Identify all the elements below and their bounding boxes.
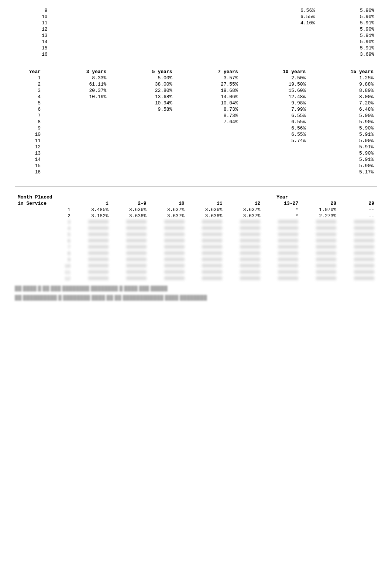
table-row: 320.37%22.80%19.68%15.60%8.89%: [15, 87, 377, 94]
table-row-blurred: 10: [15, 263, 377, 269]
table-row: 87.64%6.55%5.90%: [15, 119, 377, 125]
table-row: 23.182%3.636%3.637%3.636%3.637%*2.273%--: [15, 213, 377, 219]
table-row: 115.74%5.90%: [15, 138, 377, 144]
table-row: 96.56%5.90%: [15, 125, 377, 131]
table-row-blurred: 9: [15, 257, 377, 263]
table-row: 510.94%10.04%9.98%7.20%: [15, 100, 377, 106]
table-row: 410.19%13.68%14.06%12.48%8.00%: [15, 94, 377, 100]
top-continuation-table: 96.56%5.90%106.55%5.90%114.10%5.91%125.9…: [15, 7, 377, 58]
table-row: 155.90%: [15, 163, 377, 169]
table-row: 114.10%5.91%: [15, 20, 377, 26]
table-row: 125.91%: [15, 144, 377, 150]
table-row: 165.17%: [15, 169, 377, 175]
table6-section: Month PlacedYear in Service12-910111213-…: [15, 194, 377, 300]
table-row: 155.91%: [15, 45, 377, 51]
table6-note1: ██ ████ █ ██ ███ ████████ ████████ █ ███…: [15, 286, 377, 291]
table-row: 78.73%6.55%5.90%: [15, 113, 377, 119]
table-row: 18.33%5.00%3.57%2.50%1.25%: [15, 75, 377, 81]
table-row: 145.91%: [15, 156, 377, 163]
table-row-blurred: 7: [15, 244, 377, 251]
table-row-blurred: 4: [15, 225, 377, 232]
section-divider: [15, 186, 377, 187]
table-row: 96.56%5.90%: [15, 7, 377, 14]
table6-note2: ██ ██████████ █ ████████ ████ ██ ██ ████…: [15, 295, 377, 300]
table-row-blurred: 5: [15, 232, 377, 238]
table-row: 125.90%: [15, 26, 377, 32]
table-row: 13.485%3.636%3.637%3.636%3.637%*1.970%--: [15, 207, 377, 213]
table6: Month PlacedYear in Service12-910111213-…: [15, 194, 377, 282]
table-row-blurred: 11: [15, 269, 377, 276]
table-row: 163.69%: [15, 51, 377, 58]
table-row-blurred: 3: [15, 219, 377, 225]
table-row-blurred: 6: [15, 238, 377, 244]
table-row: 261.11%38.00%27.55%19.50%9.88%: [15, 81, 377, 87]
table-row: 135.90%: [15, 150, 377, 156]
table-row: 106.55%5.91%: [15, 131, 377, 138]
table-row: 135.91%: [15, 32, 377, 39]
table-row: 69.58%8.73%7.99%6.48%: [15, 106, 377, 113]
table-row-blurred: 12: [15, 276, 377, 282]
table-row: 106.55%5.90%: [15, 14, 377, 20]
table-row: 145.90%: [15, 39, 377, 45]
table-row-blurred: 8: [15, 251, 377, 257]
table5: Year3 years5 years7 years10 years15 year…: [15, 69, 377, 175]
